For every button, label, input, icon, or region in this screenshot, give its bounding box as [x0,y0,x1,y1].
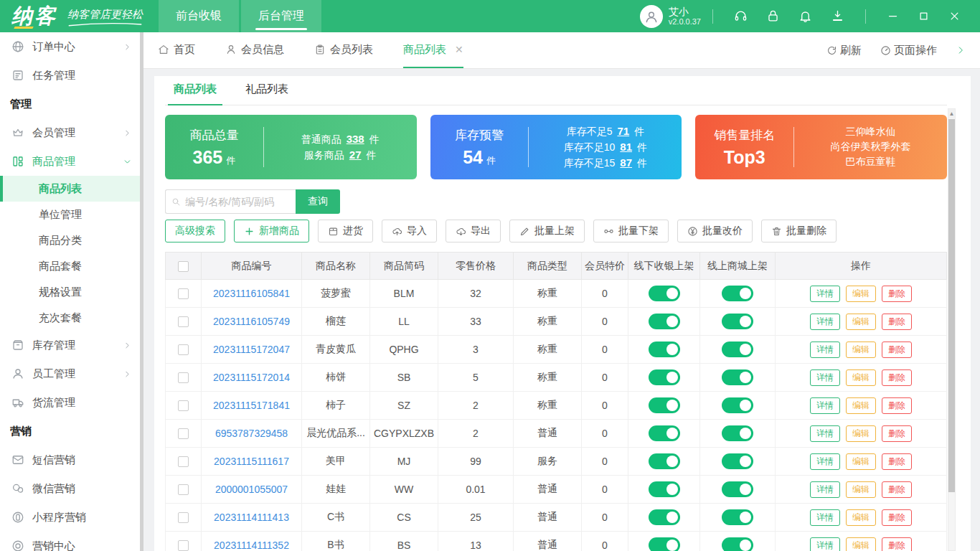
edit-button[interactable]: 编辑 [846,425,876,442]
stat-number-link[interactable]: 87 [620,156,632,169]
open-tab-home[interactable]: 首页 [158,32,195,68]
export-button[interactable]: 导出 [446,220,501,242]
detail-button[interactable]: 详情 [810,509,840,526]
scroll-up-arrow-icon[interactable]: ▲ [948,109,955,118]
delete-button[interactable]: 删除 [882,342,912,358]
stat-number-link[interactable]: 338 [347,133,364,145]
row-checkbox[interactable] [178,372,189,383]
avatar[interactable] [640,5,663,28]
row-checkbox[interactable] [178,456,189,467]
maximize-button[interactable] [918,11,929,22]
offline-shelf-toggle[interactable] [649,286,680,301]
panel-tab-product-list[interactable]: 商品列表 [174,83,217,105]
offline-shelf-toggle[interactable] [649,481,680,497]
delete-button[interactable]: 删除 [882,453,912,470]
row-checkbox[interactable] [178,428,189,439]
sidebar-item-task-management[interactable]: 任务管理 [0,61,143,90]
import-button[interactable]: 导入 [382,220,437,242]
tabbar-expand-icon[interactable] [956,45,966,55]
delete-button[interactable]: 删除 [882,509,912,526]
close-tab-icon[interactable]: ✕ [455,44,463,55]
batch-reprice-button[interactable]: 批量改价 [677,220,753,242]
lock-icon[interactable] [766,9,780,23]
search-button[interactable]: 查询 [296,189,340,214]
offline-shelf-toggle[interactable] [649,369,680,385]
delete-button[interactable]: 删除 [882,314,912,330]
edit-button[interactable]: 编辑 [846,481,876,498]
product-code-link[interactable]: 2000001055007 [215,484,288,495]
detail-button[interactable]: 详情 [810,537,840,551]
online-shelf-toggle[interactable] [722,369,753,385]
delete-button[interactable]: 删除 [882,369,912,386]
stat-number-link[interactable]: 27 [349,149,362,161]
row-checkbox[interactable] [178,540,189,551]
product-code-link[interactable]: 20231116105749 [213,316,290,327]
online-shelf-toggle[interactable] [722,286,753,301]
topbar-tab-front-cashier[interactable]: 前台收银 [159,0,239,32]
bell-icon[interactable] [798,9,812,23]
online-shelf-toggle[interactable] [722,453,753,469]
product-code-link[interactable]: 20231114111413 [214,512,289,523]
sidebar-item-order-center[interactable]: 订单中心 [0,32,143,61]
sidebar-subitem-product-category[interactable]: 商品分类 [0,227,143,253]
detail-button[interactable]: 详情 [810,342,840,358]
stat-number-link[interactable]: 81 [620,141,632,153]
offline-shelf-toggle[interactable] [649,425,680,441]
offline-shelf-toggle[interactable] [649,342,680,357]
sidebar-subitem-recharge-combo[interactable]: 充次套餐 [0,305,143,331]
sidebar-item-member-management[interactable]: 会员管理 [0,118,143,147]
stat-number-link[interactable]: 71 [617,125,629,137]
sidebar-subitem-unit-management[interactable]: 单位管理 [0,202,143,227]
detail-button[interactable]: 详情 [810,481,840,498]
offline-shelf-toggle[interactable] [649,537,680,551]
row-checkbox[interactable] [178,484,189,495]
sidebar-item-product-management[interactable]: 商品管理 [0,147,143,176]
offline-shelf-toggle[interactable] [649,453,680,469]
sidebar-item-sms-marketing[interactable]: 短信营销 [0,446,143,474]
scrollbar-thumb[interactable] [948,119,955,492]
select-all-checkbox[interactable] [178,261,189,272]
delete-button[interactable]: 删除 [882,397,912,414]
online-shelf-toggle[interactable] [722,397,753,413]
detail-button[interactable]: 详情 [810,286,840,302]
product-code-link[interactable]: 20231115172047 [213,344,290,355]
product-code-link[interactable]: 6953787329458 [215,428,288,439]
offline-shelf-toggle[interactable] [649,509,680,525]
delete-button[interactable]: 删除 [882,286,912,302]
purchase-button[interactable]: 进货 [318,220,373,242]
detail-button[interactable]: 详情 [810,314,840,330]
row-checkbox[interactable] [178,344,189,355]
online-shelf-toggle[interactable] [722,425,753,441]
open-tab-member-list[interactable]: 会员列表 [314,32,373,68]
topbar-tab-backend-admin[interactable]: 后台管理 [241,0,321,32]
panel-scrollbar[interactable]: ▲ [948,108,956,551]
minimize-button[interactable] [887,11,898,22]
panel-tab-gift-list[interactable]: 礼品列表 [245,83,288,105]
product-code-link[interactable]: 20231116105841 [213,288,290,299]
product-code-link[interactable]: 20231115171841 [213,400,290,411]
open-tab-product-list[interactable]: 商品列表✕ [403,32,463,68]
edit-button[interactable]: 编辑 [846,509,876,526]
sidebar-scrollbar[interactable] [140,32,143,551]
search-input[interactable] [185,196,290,207]
edit-button[interactable]: 编辑 [846,314,876,330]
edit-button[interactable]: 编辑 [846,286,876,302]
advanced-search-button[interactable]: 高级搜索 [165,220,225,242]
row-checkbox[interactable] [178,316,189,327]
refresh-button[interactable]: 刷新 [826,44,862,57]
sidebar-item-staff-management[interactable]: 员工管理 [0,359,143,388]
sidebar-item-logistics-management[interactable]: 货流管理 [0,388,143,417]
product-code-link[interactable]: 20231114111352 [214,540,289,551]
sidebar-item-marketing-center[interactable]: 营销中心 [0,532,143,551]
online-shelf-toggle[interactable] [722,537,753,551]
product-code-link[interactable]: 20231115172014 [213,372,290,383]
edit-button[interactable]: 编辑 [846,369,876,386]
download-icon[interactable] [831,9,844,23]
offline-shelf-toggle[interactable] [649,314,680,329]
row-checkbox[interactable] [178,288,189,299]
batch-delete-button[interactable]: 批量删除 [761,220,837,242]
open-tab-member-info[interactable]: 会员信息 [225,32,284,68]
online-shelf-toggle[interactable] [722,481,753,497]
batch-on-shelf-button[interactable]: 批量上架 [509,220,585,242]
online-shelf-toggle[interactable] [722,509,753,525]
